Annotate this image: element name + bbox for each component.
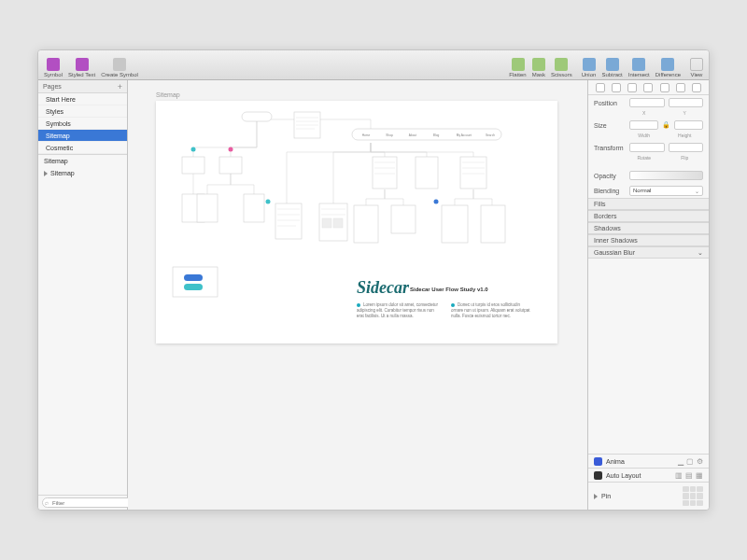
symbol-button[interactable]: Symbol — [44, 58, 63, 77]
brand-subtitle: Sidecar User Flow Study v1.0 — [410, 287, 488, 292]
lock-aspect-icon[interactable]: 🔒 — [662, 121, 670, 129]
borders-section[interactable]: Borders — [588, 210, 709, 222]
gaussian-blur-section[interactable]: Gaussian Blur⌄ — [588, 246, 709, 259]
svg-rect-40 — [184, 274, 203, 281]
mask-button[interactable]: Mask — [532, 58, 545, 77]
plugin-expand-icon[interactable]: ▢ — [686, 457, 694, 466]
create-symbol-button[interactable]: Create Symbol — [101, 58, 138, 77]
gear-icon[interactable]: ⚙ — [697, 457, 703, 466]
scissors-button[interactable]: Scissors — [551, 58, 572, 77]
disclosure-icon[interactable] — [44, 171, 48, 176]
view-icon — [690, 58, 703, 71]
svg-text:Home: Home — [362, 133, 371, 137]
page-item-styles[interactable]: Styles — [38, 105, 127, 118]
align-right-button[interactable] — [627, 83, 637, 92]
intersect-icon — [632, 58, 645, 71]
svg-rect-0 — [242, 112, 272, 121]
transform-row: Transform — [588, 140, 709, 155]
svg-rect-17 — [173, 267, 218, 297]
subtract-button[interactable]: Subtract — [601, 58, 622, 77]
page-item-cosmetic[interactable]: Cosmetic — [38, 142, 127, 154]
flatten-button[interactable]: Flatten — [509, 58, 526, 77]
blending-label: Blending — [594, 188, 626, 194]
canvas[interactable]: Sitemap — [128, 80, 587, 510]
svg-rect-15 — [442, 205, 468, 243]
union-button[interactable]: Union — [582, 58, 597, 77]
width-field[interactable] — [629, 120, 658, 130]
align-left-button[interactable] — [596, 83, 605, 92]
svg-rect-16 — [481, 205, 505, 243]
opacity-row: Opacity — [588, 168, 709, 183]
blending-row: Blending Normal⌄ — [588, 183, 709, 198]
size-row: Size 🔒 — [588, 118, 709, 133]
svg-rect-13 — [354, 205, 378, 243]
position-y-field[interactable] — [669, 98, 704, 107]
svg-rect-10 — [373, 157, 397, 189]
svg-rect-11 — [416, 157, 438, 189]
intersect-button[interactable]: Intersect — [628, 58, 650, 77]
pages-header-label: Pages — [43, 83, 62, 90]
flatten-icon — [512, 58, 525, 71]
svg-rect-7 — [244, 194, 264, 222]
size-label: Size — [594, 122, 626, 129]
page-item-symbols[interactable]: Symbols — [38, 118, 127, 130]
subtract-icon — [606, 58, 619, 71]
position-x-field[interactable] — [629, 98, 665, 107]
svg-point-39 — [434, 200, 439, 204]
blurb-1: Lorem ipsum dolor sit amet, consectetur … — [357, 302, 439, 319]
add-page-button[interactable]: + — [118, 82, 122, 91]
align-bottom-button[interactable] — [676, 83, 685, 92]
height-field[interactable] — [674, 120, 703, 130]
anima-plugin[interactable]: Anima ▁▢⚙ — [588, 454, 709, 468]
svg-rect-6 — [197, 194, 218, 222]
stack-grid-icon[interactable]: ▦ — [696, 471, 703, 480]
svg-text:My Account: My Account — [457, 133, 472, 137]
fills-section[interactable]: Fills — [588, 198, 709, 210]
blurb-2: Donec ut turpis id eros sollicitudin orn… — [451, 302, 533, 319]
svg-rect-8 — [275, 203, 302, 239]
union-icon — [583, 58, 596, 71]
styled-text-button[interactable]: Styled Text — [68, 58, 95, 77]
toolbar: Symbol Styled Text Create Symbol Flatten… — [38, 50, 709, 80]
stack-h-icon[interactable]: ▤ — [685, 471, 693, 480]
svg-rect-4 — [219, 157, 242, 174]
difference-button[interactable]: Difference — [655, 58, 681, 77]
flip-field[interactable] — [669, 143, 704, 152]
transform-label: Transform — [594, 145, 626, 151]
chevron-down-icon: ⌄ — [698, 249, 703, 257]
toolbar-group-left: Symbol Styled Text Create Symbol — [44, 58, 138, 77]
align-center-h-button[interactable] — [612, 83, 621, 92]
page-item-start-here[interactable]: Start Here — [38, 93, 127, 105]
search-icon: ⌕ — [45, 499, 49, 506]
distribute-button[interactable] — [692, 83, 701, 92]
sidebar-left: Pages + Start Here Styles Symbols Sitema… — [38, 80, 128, 510]
artboard-label[interactable]: Sitemap — [156, 91, 180, 98]
blending-select[interactable]: Normal⌄ — [629, 186, 703, 196]
stack-v-icon[interactable]: ▥ — [675, 471, 683, 480]
filter-input[interactable] — [42, 497, 141, 508]
pin-grid[interactable] — [683, 486, 703, 507]
auto-layout-plugin[interactable]: Auto Layout ▥▤▦ — [588, 468, 709, 482]
svg-text:Blog: Blog — [433, 133, 440, 137]
pin-plugin[interactable]: Pin — [588, 482, 709, 510]
svg-point-36 — [191, 147, 196, 152]
pages-header: Pages + — [38, 80, 127, 93]
layer-item-sitemap[interactable]: Sitemap — [38, 167, 127, 179]
styled-text-icon — [76, 58, 89, 71]
disclosure-icon[interactable] — [594, 494, 598, 499]
align-center-v-button[interactable] — [660, 83, 669, 92]
inner-shadows-section[interactable]: Inner Shadows — [588, 234, 709, 246]
svg-rect-2 — [352, 129, 501, 140]
svg-rect-14 — [391, 205, 416, 233]
svg-rect-28 — [322, 218, 331, 228]
opacity-slider[interactable] — [629, 171, 703, 180]
layer-artboard-sitemap[interactable]: Sitemap — [38, 155, 127, 167]
rotate-field[interactable] — [629, 143, 665, 152]
align-top-button[interactable] — [643, 83, 653, 92]
page-item-sitemap[interactable]: Sitemap — [38, 130, 127, 142]
svg-point-37 — [229, 147, 233, 152]
shadows-section[interactable]: Shadows — [588, 222, 709, 234]
view-button[interactable]: View — [690, 58, 703, 77]
plugin-collapse-icon[interactable]: ▁ — [678, 457, 684, 466]
artboard[interactable]: Home Shop About Blog My Account Search S… — [156, 101, 557, 343]
